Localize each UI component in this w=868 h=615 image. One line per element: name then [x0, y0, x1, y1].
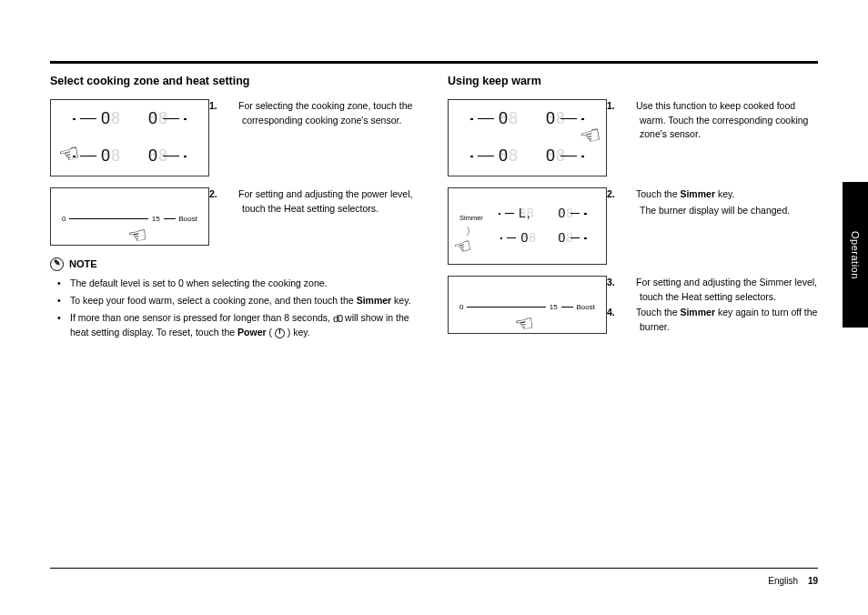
touch-hand-icon: ☜ — [125, 217, 150, 253]
simmer-diagram: Simmer 〉 L, 0 0 0 ☜ — [448, 187, 607, 265]
zone-cell: 0 — [492, 228, 538, 247]
left-column: Select cooking zone and heat setting 0 0… — [50, 45, 420, 348]
step-body: Use this function to keep cooked food wa… — [636, 100, 808, 140]
slider-min: 0 — [459, 302, 463, 313]
right-step-1: 0 0 0 0 ☜ 1.Use this function to keep co… — [448, 99, 818, 176]
right-step-2: Simmer 〉 L, 0 0 0 ☜ 2.Touch the Simmer k… — [448, 187, 818, 265]
step-number: 2. — [226, 187, 238, 202]
step-text: 2.For setting and adjusting the power le… — [226, 187, 420, 246]
step-body: For setting and adjusting the power leve… — [238, 188, 412, 214]
page-number: 19 — [808, 576, 818, 586]
slider-max: 15 — [152, 214, 160, 225]
step-number: 1. — [623, 99, 636, 114]
step-number: 4. — [623, 306, 636, 320]
note-label: NOTE — [69, 257, 97, 272]
zone-cell: 0 — [550, 228, 595, 247]
footer-language: English — [768, 576, 798, 586]
step-number: 2. — [623, 187, 636, 202]
slider-boost: Boost — [179, 214, 197, 225]
simmer-label: Simmer — [459, 213, 483, 223]
note-header: ✎ NOTE — [50, 257, 420, 272]
zone-cell: 0 — [550, 204, 595, 223]
step-body: The burner display will be changed. — [640, 205, 790, 216]
note-item: To keep your food warm, select a cooking… — [70, 294, 420, 308]
left-step-2: 0 15 Boost ☜ 2.For setting and adjusting… — [50, 187, 420, 246]
touch-hand-icon: ☜ — [511, 306, 537, 341]
note-item: The default level is set to 0 when selec… — [70, 277, 420, 291]
notes-list: The default level is set to 0 when selec… — [50, 277, 420, 340]
heat-slider-diagram-r: 0 15 Boost ☜ — [448, 276, 607, 334]
d0-icon: d0 — [333, 311, 342, 327]
zone-cell: 0 — [67, 106, 117, 131]
step-number: 3. — [623, 276, 636, 290]
top-rule — [50, 61, 818, 64]
zone-cell: L, — [492, 204, 538, 223]
right-heading: Using keep warm — [448, 73, 818, 90]
step-text: 1.Use this function to keep cooked food … — [623, 99, 818, 176]
right-step-3-4: 0 15 Boost ☜ 3.For setting and adjusting… — [448, 276, 818, 337]
page-footer: English 19 — [50, 568, 818, 588]
step-body: For selecting the cooking zone, touch th… — [238, 100, 412, 126]
slider-boost: Boost — [577, 302, 595, 313]
step-number: 1. — [226, 99, 238, 114]
zone-select-diagram-r: 0 0 0 0 ☜ — [448, 99, 607, 176]
zone-cell: 0 — [143, 144, 193, 168]
left-step-1: 0 0 0 0 ☜ 1.For selecting the cooking zo… — [50, 99, 420, 176]
note-icon: ✎ — [50, 257, 64, 271]
section-tab: Operation — [843, 182, 868, 328]
left-heading: Select cooking zone and heat setting — [50, 73, 420, 90]
heat-slider-diagram: 0 15 Boost ☜ — [50, 187, 209, 246]
step-text: 3.For setting and adjusting the Simmer l… — [623, 276, 818, 337]
step-text: 2.Touch the Simmer key. The burner displ… — [623, 187, 818, 265]
zone-cell: 0 — [143, 106, 193, 131]
page-content: Select cooking zone and heat setting 0 0… — [0, 0, 868, 375]
right-column: Using keep warm 0 0 0 0 ☜ 1.Use this fun… — [448, 45, 818, 348]
step-text: 1.For selecting the cooking zone, touch … — [226, 99, 420, 176]
slider-min: 0 — [62, 214, 66, 225]
step-body: For setting and adjusting the Simmer lev… — [636, 277, 817, 302]
zone-cell: 0 — [465, 106, 515, 131]
slider-max: 15 — [550, 302, 558, 313]
note-item: If more than one sensor is pressed for l… — [70, 311, 420, 340]
zone-cell: 0 — [465, 144, 515, 168]
power-icon — [275, 328, 285, 338]
zone-select-diagram: 0 0 0 0 ☜ — [50, 99, 209, 176]
